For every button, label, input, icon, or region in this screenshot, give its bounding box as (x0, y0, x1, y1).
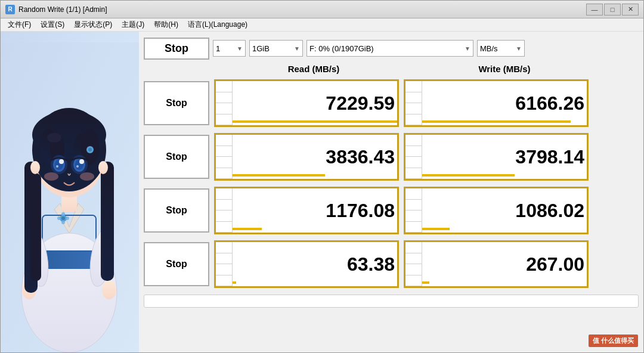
top-controls: Stop 1 ▼ 1GiB ▼ F: 0% (0/1907GiB) ▼ MB/s… (144, 36, 639, 60)
grid-lines-r2 (216, 135, 233, 179)
svg-rect-20 (30, 174, 41, 281)
svg-point-37 (44, 172, 58, 181)
main-window: R Random Write (1/1) [Admin] — □ ✕ 文件(F)… (0, 0, 644, 353)
bench-row-3: Stop 1176.08 (144, 185, 639, 236)
progress-w3 (422, 228, 450, 230)
svg-point-9 (61, 212, 65, 216)
menu-file[interactable]: 文件(F) (3, 18, 36, 31)
bench-row-1: Stop 7229.59 (144, 78, 639, 129)
drive-dropdown-arrow: ▼ (465, 45, 470, 52)
write-value-2: 3798.14 (427, 146, 584, 168)
progress-r1 (233, 120, 399, 123)
stop-button-1[interactable]: Stop (144, 81, 209, 125)
anime-character (1, 42, 139, 352)
count-dropdown[interactable]: 1 ▼ (213, 40, 246, 57)
maximize-button[interactable]: □ (604, 4, 621, 16)
size-dropdown[interactable]: 1GiB ▼ (249, 40, 303, 57)
svg-point-30 (59, 159, 64, 164)
count-dropdown-arrow: ▼ (237, 45, 243, 52)
anime-panel (1, 32, 139, 352)
svg-point-36 (76, 165, 79, 168)
status-bar (144, 295, 639, 308)
write-value-3: 1086.02 (427, 200, 584, 222)
svg-point-14 (102, 280, 116, 299)
main-content: Stop 1 ▼ 1GiB ▼ F: 0% (0/1907GiB) ▼ MB/s… (1, 32, 643, 352)
size-dropdown-arrow: ▼ (294, 45, 300, 52)
grid-lines-w1 (405, 81, 422, 125)
svg-point-8 (66, 216, 69, 220)
svg-point-7 (57, 216, 61, 220)
bench-row-2: Stop 3836.43 (144, 131, 639, 182)
menu-help[interactable]: 帮助(H) (149, 18, 183, 31)
grid-lines-w4 (405, 242, 422, 286)
progress-r3 (233, 228, 262, 230)
write-box-2: 3798.14 (404, 133, 589, 181)
svg-rect-19 (101, 162, 114, 281)
progress-w1 (422, 120, 571, 123)
svg-point-31 (56, 165, 58, 168)
stop-button-3[interactable]: Stop (144, 188, 209, 233)
title-bar: R Random Write (1/1) [Admin] — □ ✕ (1, 1, 643, 18)
menu-settings[interactable]: 设置(S) (36, 18, 69, 31)
bench-row-4: Stop 63.38 (144, 239, 639, 290)
stop-button-4[interactable]: Stop (144, 242, 209, 286)
column-headers: Read (MB/s) Write (MB/s) (144, 64, 639, 75)
progress-r4 (233, 281, 236, 284)
big-stop-button[interactable]: Stop (144, 38, 209, 60)
window-title: Random Write (1/1) [Admin] (18, 5, 586, 14)
app-icon: R (5, 5, 15, 14)
svg-point-26 (47, 133, 61, 143)
write-value-4: 267.00 (427, 253, 584, 275)
benchmark-panel: Stop 1 ▼ 1GiB ▼ F: 0% (0/1907GiB) ▼ MB/s… (139, 32, 643, 352)
title-bar-buttons: — □ ✕ (586, 4, 639, 16)
grid-lines-r1 (216, 81, 233, 125)
write-value-1: 6166.26 (427, 92, 584, 114)
progress-r2 (233, 174, 325, 176)
svg-point-35 (79, 159, 84, 164)
unit-dropdown-arrow: ▼ (516, 45, 522, 52)
progress-w2 (422, 174, 515, 176)
close-button[interactable]: ✕ (622, 4, 639, 16)
svg-point-42 (88, 148, 92, 151)
read-value-1: 7229.59 (237, 92, 395, 114)
write-box-3: 1086.02 (404, 187, 589, 234)
read-box-4: 63.38 (214, 240, 399, 288)
read-box-3: 1176.08 (214, 187, 399, 234)
watermark: 值 什么值得买 (589, 335, 638, 347)
menu-display[interactable]: 显示状态(P) (69, 18, 117, 31)
read-value-3: 1176.08 (237, 200, 395, 222)
stop-button-2[interactable]: Stop (144, 135, 209, 179)
progress-w4 (422, 281, 429, 284)
read-value-4: 63.38 (237, 253, 395, 275)
write-box-4: 267.00 (404, 240, 589, 288)
svg-point-39 (30, 161, 40, 174)
svg-point-38 (80, 172, 94, 181)
menu-bar: 文件(F) 设置(S) 显示状态(P) 主题(J) 帮助(H) 语言(L)(La… (1, 18, 643, 32)
read-box-1: 7229.59 (214, 79, 399, 127)
grid-lines-w3 (405, 188, 422, 233)
svg-point-10 (61, 221, 65, 224)
drive-dropdown[interactable]: F: 0% (0/1907GiB) ▼ (306, 40, 473, 57)
menu-theme[interactable]: 主题(J) (117, 18, 149, 31)
grid-lines-r3 (216, 188, 233, 233)
minimize-button[interactable]: — (586, 4, 603, 16)
write-box-1: 6166.26 (404, 79, 589, 127)
grid-lines-w2 (405, 135, 422, 179)
grid-lines-r4 (216, 242, 233, 286)
read-header: Read (MB/s) (221, 64, 406, 74)
unit-dropdown[interactable]: MB/s ▼ (477, 40, 525, 57)
svg-point-40 (98, 161, 108, 174)
svg-point-6 (61, 216, 65, 220)
read-value-2: 3836.43 (237, 146, 395, 168)
menu-language[interactable]: 语言(L)(Language) (183, 18, 252, 31)
read-box-2: 3836.43 (214, 133, 399, 181)
write-header: Write (MB/s) (412, 64, 597, 74)
